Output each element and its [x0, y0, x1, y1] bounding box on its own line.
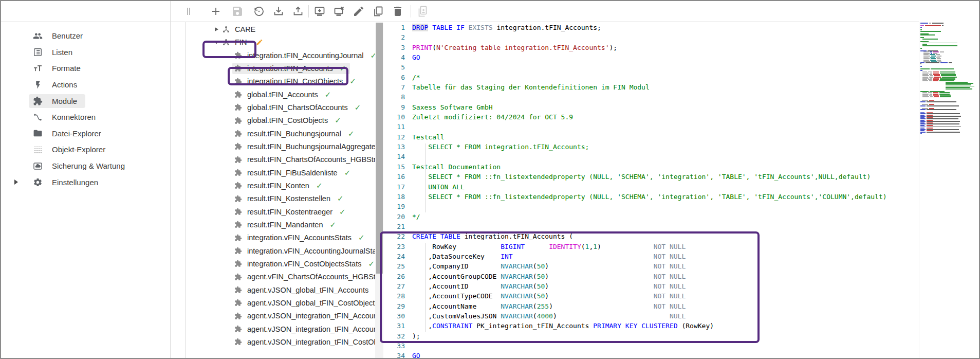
line-number: 17: [384, 182, 405, 192]
code-line: 5: [384, 62, 919, 72]
sidebar-item-benutzer[interactable]: Benutzer: [1, 28, 170, 44]
line-number: 15: [384, 162, 405, 172]
sidebar-item-inner: Objekt-Explorer: [29, 142, 114, 156]
code-text: CREATE TABLE integration.tFIN_Accounts (: [405, 231, 573, 241]
module-puzzle-icon: [234, 103, 243, 112]
code-text: [405, 222, 412, 231]
tree-item-result-tfin-buchungsjournalaggregated[interactable]: result.tFIN_BuchungsjournalAggregated✓: [186, 140, 375, 153]
list-icon: [33, 47, 43, 57]
drag-handle-button[interactable]: [180, 3, 197, 20]
line-number: 30: [384, 311, 405, 321]
chevron-right-icon[interactable]: [213, 27, 220, 31]
tree-node-fin[interactable]: FIN: [186, 36, 375, 49]
code-text: RowKey BIGINT IDENTITY(1,1) NOT NULL: [405, 242, 686, 252]
modified-pencil-icon: [256, 39, 263, 46]
code-text: ,DataSourceKey INT NOT NULL: [405, 252, 686, 261]
module-puzzle-icon: [234, 285, 243, 294]
module-puzzle-icon: [234, 181, 243, 190]
chevron-down-icon[interactable]: [213, 41, 220, 44]
add-button[interactable]: [207, 3, 225, 20]
code-text: GO: [405, 52, 420, 62]
sidebar-item-konnektoren[interactable]: Konnektoren: [1, 109, 170, 125]
tree-item-integration-vfin-accountingjournalstats[interactable]: integration.vFIN_AccountingJournalStats✓: [186, 244, 375, 257]
upload-button[interactable]: [289, 3, 307, 20]
tree-item-result-tfin-chartsofaccounts-hgbstructure[interactable]: result.tFIN_ChartsOfAccounts_HGBStructur…: [186, 153, 375, 166]
code-text: SELECT * FROM ::fn_listextendedproperty …: [405, 192, 887, 202]
tree-row-inner: CARE: [220, 24, 260, 35]
tree-item-agent-vjson-integration-tfin-accounts[interactable]: agent.vJSON_integration_tFIN_Accounts✓: [186, 322, 375, 335]
tree-item-result-tfin-kostenstellen[interactable]: result.tFIN_Kostenstellen✓: [186, 192, 375, 205]
tree-scrollbar-thumb[interactable]: [376, 23, 383, 274]
line-number: 10: [384, 112, 405, 122]
tree-row-inner: integration.vFIN_CostObjectsStats✓: [232, 258, 375, 270]
tree-item-global-tfin-accounts[interactable]: global.tFIN_Accounts✓: [186, 88, 375, 101]
code-line: 13 SELECT * FROM integration.tFIN_Accoun…: [384, 142, 919, 152]
connector-icon: [33, 112, 43, 122]
download-button[interactable]: [270, 3, 287, 20]
sidebar-item-module[interactable]: Module: [1, 93, 170, 109]
edit-button[interactable]: [350, 3, 367, 20]
sidebar-item-listen[interactable]: Listen: [1, 44, 170, 61]
line-number: 9: [384, 102, 405, 112]
tree-item-integration-tfin-costobjects[interactable]: integration.tFIN_CostObjects✓: [186, 75, 375, 88]
sql-code-editor[interactable]: 1DROP TABLE IF EXISTS integration.tFIN_A…: [384, 23, 919, 359]
code-line: 31 ,CONSTRAINT PK_integration_tFIN_Accou…: [384, 321, 919, 331]
sidebar-item-datei-explorer[interactable]: Datei-Explorer: [1, 125, 170, 142]
sidebar-item-actions[interactable]: Actions: [1, 77, 170, 93]
sidebar-item-sicherung-wartung[interactable]: Sicherung & Wartung: [1, 158, 170, 174]
tree-item-integration-vfin-accountsstats[interactable]: integration.vFIN_AccountsStats✓: [186, 231, 375, 244]
tree-item-global-tfin-chartsofaccounts[interactable]: global.tFIN_ChartsOfAccounts✓: [186, 101, 375, 114]
module-puzzle-icon: [234, 325, 243, 333]
check-icon: ✓: [316, 181, 323, 190]
tree-item-result-tfin-fibusaldenliste[interactable]: result.tFIN_FiBuSaldenliste✓: [186, 166, 375, 179]
code-line: 25 ,CompanyID NVARCHAR(50) NOT NULL: [384, 261, 919, 271]
sidebar-item-inner: Datei-Explorer: [29, 127, 109, 140]
panel-splitter[interactable]: [185, 22, 186, 358]
sidebar-item-einstellungen[interactable]: Einstellungen: [1, 174, 170, 190]
tree-item-result-tfin-kostentraeger[interactable]: result.tFIN_Kostentraeger✓: [186, 205, 375, 218]
undeploy-button[interactable]: [330, 3, 348, 20]
sidebar-item-inner: Formate: [29, 61, 89, 75]
line-number: 29: [384, 301, 405, 311]
tree-item-label: FIN: [235, 38, 247, 46]
tree-row-inner: result.tFIN_Buchungsjournal✓: [232, 128, 359, 139]
deploy-icon: [313, 5, 326, 17]
code-text: [405, 122, 412, 132]
tree-item-result-tfin-konten[interactable]: result.tFIN_Konten✓: [186, 179, 375, 192]
tree-item-integration-tfin-accounts[interactable]: integration.tFIN_Accounts✓: [186, 62, 375, 75]
deploy-button[interactable]: [311, 3, 328, 20]
format-icon: [33, 63, 43, 73]
tree-item-integration-tfin-accountingjournal[interactable]: integration.tFIN_AccountingJournal✓: [186, 49, 375, 62]
editor-minimap[interactable]: [920, 23, 978, 134]
sidebar-divider: [170, 1, 171, 358]
add-icon: [210, 5, 222, 17]
module-puzzle-icon: [234, 259, 243, 268]
tree-row-inner: global.tFIN_ChartsOfAccounts✓: [232, 102, 365, 113]
code-text: [405, 341, 412, 351]
tree-item-result-tfin-buchungsjournal[interactable]: result.tFIN_Buchungsjournal✓: [186, 127, 375, 140]
code-text: ,CompanyID NVARCHAR(50) NOT NULL: [405, 261, 686, 271]
tree-item-agent-vjson-global-tfin-accounts[interactable]: agent.vJSON_global_tFIN_Accounts✓: [186, 283, 375, 296]
code-line: 8: [384, 92, 919, 102]
tree-node-care[interactable]: CARE: [186, 23, 375, 36]
tree-item-agent-vjson-integration-tfin-costobjects[interactable]: agent.vJSON_integration_tFIN_CostObjects: [186, 335, 375, 348]
tree-item-agent-vjson-integration-tfin-accountingj[interactable]: agent.vJSON_integration_tFIN_AccountingJ: [186, 310, 375, 322]
tree-item-label: agent.vJSON_global_tFIN_Accounts: [247, 286, 368, 294]
chevron-right-icon[interactable]: [14, 180, 18, 185]
tree-item-agent-vjson-global-tfin-costobjects[interactable]: agent.vJSON_global_tFIN_CostObjects✓: [186, 296, 375, 309]
tree-item-global-tfin-costobjects[interactable]: global.tFIN_CostObjects✓: [186, 114, 375, 127]
duplicate-button[interactable]: [369, 3, 387, 20]
history-icon: [253, 5, 265, 17]
tree-item-result-tfin-mandanten[interactable]: result.tFIN_Mandanten✓: [186, 218, 375, 231]
tree-item-agent-vfin-chartsofaccounts-hgbstructur[interactable]: agent.vFIN_ChartsOfAccounts_HGBStructur: [186, 271, 375, 283]
delete-button[interactable]: [389, 3, 406, 20]
sidebar-item-label: Objekt-Explorer: [52, 145, 105, 154]
code-line: 6/*: [384, 73, 919, 82]
sidebar-item-objekt-explorer[interactable]: Objekt-Explorer: [1, 141, 170, 158]
check-icon: ✓: [358, 233, 365, 242]
check-icon: ✓: [371, 51, 376, 60]
tree-item-label: agent.vJSON_global_tFIN_CostObjects: [247, 299, 375, 307]
tree-item-integration-vfin-costobjectsstats[interactable]: integration.vFIN_CostObjectsStats✓: [186, 257, 375, 270]
sidebar-item-formate[interactable]: Formate: [1, 60, 170, 77]
history-button[interactable]: [250, 3, 268, 20]
